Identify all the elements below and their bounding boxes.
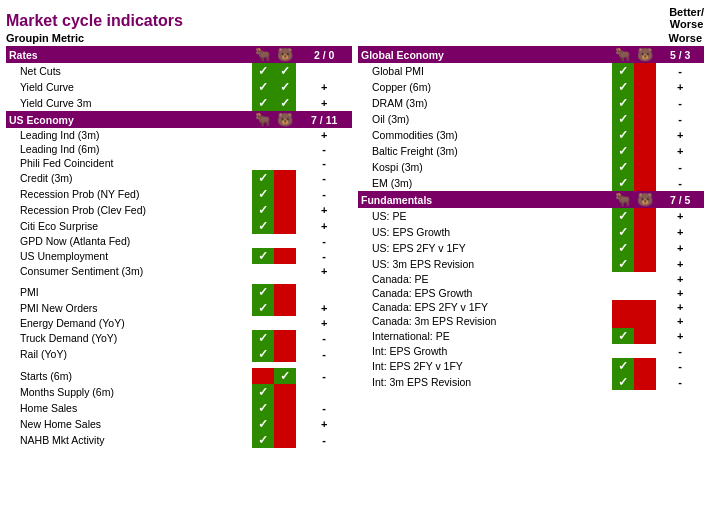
rates-score: 2 / 0 (296, 46, 352, 63)
int-eps-2fy-bull: ✓ (612, 358, 634, 374)
yield-curve-3m-label: Yield Curve 3m (6, 95, 252, 111)
phili-fed-bull (252, 156, 274, 170)
leading-ind-6m-bear (274, 142, 296, 156)
commodities-row: Commodities (3m) ✓ + (358, 127, 704, 143)
us-pe-signal: + (656, 208, 704, 224)
global-pmi-bear (634, 63, 656, 79)
us-eps-growth-bear (634, 224, 656, 240)
citi-eco-bull: ✓ (252, 218, 274, 234)
oil-bull: ✓ (612, 111, 634, 127)
rail-signal: - (296, 346, 352, 362)
new-home-sales-label: New Home Sales (6, 416, 252, 432)
home-sales-label: Home Sales (6, 400, 252, 416)
global-economy-bear-icon: 🐻 (634, 46, 656, 63)
leading-ind-6m-signal: - (296, 142, 352, 156)
citi-eco-label: Citi Eco Surprise (6, 218, 252, 234)
global-economy-label: Global Economy (358, 46, 612, 63)
int-eps-3m-bear (634, 374, 656, 390)
copper-bear (634, 79, 656, 95)
canada-eps-growth-bear (634, 286, 656, 300)
pmi-bull: ✓ (252, 284, 274, 300)
net-cuts-label: Net Cuts (6, 63, 252, 79)
rail-row: Rail (YoY) ✓ - (6, 346, 352, 362)
intl-pe-bear (634, 328, 656, 344)
kospi-bear (634, 159, 656, 175)
us-economy-score: 7 / 11 (296, 111, 352, 128)
pmi-new-orders-label: PMI New Orders (6, 300, 252, 316)
net-cuts-bear: ✓ (274, 63, 296, 79)
better-worse-label: Better/Worse (669, 6, 704, 30)
commodities-bear (634, 127, 656, 143)
canada-eps-growth-bull (612, 286, 634, 300)
gpd-now-bull (252, 234, 274, 248)
us-eps-growth-bull: ✓ (612, 224, 634, 240)
intl-pe-label: International: PE (358, 328, 612, 344)
us-economy-header: US Economy 🐂 🐻 7 / 11 (6, 111, 352, 128)
recession-clev-row: Recession Prob (Clev Fed) ✓ + (6, 202, 352, 218)
months-supply-row: Months Supply (6m) ✓ (6, 384, 352, 400)
recession-ny-row: Recession Prob (NY Fed) ✓ - (6, 186, 352, 202)
commodities-bull: ✓ (612, 127, 634, 143)
new-home-sales-signal: + (296, 416, 352, 432)
global-economy-score: 5 / 3 (656, 46, 704, 63)
canada-pe-label: Canada: PE (358, 272, 612, 286)
truck-demand-bull: ✓ (252, 330, 274, 346)
us-eps-growth-signal: + (656, 224, 704, 240)
new-home-sales-row: New Home Sales ✓ + (6, 416, 352, 432)
rail-bull: ✓ (252, 346, 274, 362)
us-unemployment-bear (274, 248, 296, 264)
home-sales-bull: ✓ (252, 400, 274, 416)
credit-3m-row: Credit (3m) ✓ - (6, 170, 352, 186)
em-signal: - (656, 175, 704, 191)
net-cuts-bull: ✓ (252, 63, 274, 79)
nahb-row: NAHB Mkt Activity ✓ - (6, 432, 352, 448)
kospi-signal: - (656, 159, 704, 175)
us-eps-2fy-signal: + (656, 240, 704, 256)
us-economy-bull-icon: 🐂 (252, 111, 274, 128)
global-pmi-signal: - (656, 63, 704, 79)
pmi-new-orders-bear (274, 300, 296, 316)
int-eps-growth-label: Int: EPS Growth (358, 344, 612, 358)
credit-3m-signal: - (296, 170, 352, 186)
canada-pe-row: Canada: PE + (358, 272, 704, 286)
dram-row: DRAM (3m) ✓ - (358, 95, 704, 111)
kospi-label: Kospi (3m) (358, 159, 612, 175)
fundamentals-bear-icon: 🐻 (634, 191, 656, 208)
months-supply-signal (296, 384, 352, 400)
yield-curve-bull: ✓ (252, 79, 274, 95)
recession-clev-bear (274, 202, 296, 218)
global-pmi-bull: ✓ (612, 63, 634, 79)
consumer-sentiment-label: Consumer Sentiment (3m) (6, 264, 252, 278)
us-pe-label: US: PE (358, 208, 612, 224)
right-column: Global Economy 🐂 🐻 5 / 3 Global PMI ✓ - … (358, 46, 704, 448)
us-eps-3m-label: US: 3m EPS Revision (358, 256, 612, 272)
two-col-layout: Rates 🐂 🐻 2 / 0 Net Cuts ✓ ✓ Yield Curve… (6, 46, 704, 448)
energy-demand-bull (252, 316, 274, 330)
us-eps-2fy-bull: ✓ (612, 240, 634, 256)
int-eps-3m-signal: - (656, 374, 704, 390)
us-unemployment-label: US Unemployment (6, 248, 252, 264)
us-economy-label: US Economy (6, 111, 252, 128)
canada-eps-3m-signal: + (656, 314, 704, 328)
credit-3m-bear (274, 170, 296, 186)
citi-eco-signal: + (296, 218, 352, 234)
yield-curve-signal: + (296, 79, 352, 95)
baltic-bear (634, 143, 656, 159)
months-supply-label: Months Supply (6m) (6, 384, 252, 400)
int-eps-growth-row: Int: EPS Growth - (358, 344, 704, 358)
baltic-signal: + (656, 143, 704, 159)
global-economy-header: Global Economy 🐂 🐻 5 / 3 (358, 46, 704, 63)
copper-row: Copper (6m) ✓ + (358, 79, 704, 95)
us-eps-2fy-bear (634, 240, 656, 256)
pmi-new-orders-row: PMI New Orders ✓ + (6, 300, 352, 316)
credit-3m-bull: ✓ (252, 170, 274, 186)
main-title: Market cycle indicators (6, 12, 183, 30)
yield-curve-3m-bull: ✓ (252, 95, 274, 111)
starts-signal: - (296, 368, 352, 384)
intl-pe-bull: ✓ (612, 328, 634, 344)
leading-ind-3m-row: Leading Ind (3m) + (6, 128, 352, 142)
int-eps-growth-signal: - (656, 344, 704, 358)
citi-eco-bear (274, 218, 296, 234)
oil-row: Oil (3m) ✓ - (358, 111, 704, 127)
leading-ind-6m-bull (252, 142, 274, 156)
